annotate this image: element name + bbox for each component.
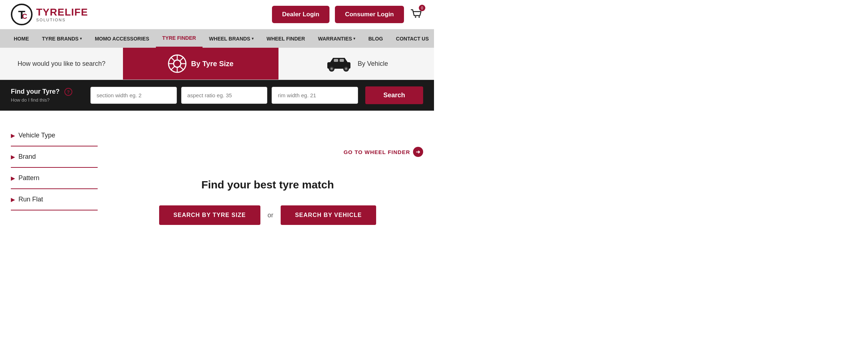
filter-pattern-label: Pattern [18,174,39,182]
search-by-tyre-size-button[interactable]: SEARCH BY TYRE SIZE [159,205,260,225]
svg-point-4 [418,16,420,18]
header: T C TYRELIFE SOLUTIONS Dealer Login Cons… [0,0,434,29]
filter-pattern[interactable]: ▶ Pattern [11,168,98,189]
svg-line-13 [180,57,184,61]
consumer-login-button[interactable]: Consumer Login [335,6,404,23]
search-by-vehicle-tab[interactable]: By Vehicle [278,48,434,80]
finder-inputs [90,87,358,104]
chevron-right-icon: ▶ [11,197,15,203]
wheel-icon [168,54,187,73]
filter-run-flat-label: Run Flat [18,196,43,203]
nav-wheel-finder[interactable]: WHEEL FINDER [260,30,311,47]
or-separator: or [268,212,273,219]
nav-tyre-brands[interactable]: TYRE BRANDS ▾ [35,30,88,47]
header-right: Dealer Login Consumer Login 0 [272,6,423,23]
chevron-right-icon: ▶ [11,175,15,181]
chevron-down-icon: ▾ [80,37,82,41]
svg-point-3 [415,16,416,18]
dealer-login-button[interactable]: Dealer Login [272,6,329,23]
go-to-wheel-finder[interactable]: GO TO WHEEL FINDER ➔ [344,147,423,157]
logo-icon: T C [11,4,33,25]
nav-warranties[interactable]: WARRANTIES ▾ [311,30,362,47]
search-button[interactable]: Search [365,86,423,104]
cart-icon[interactable]: 0 [409,7,423,22]
logo-sub: SOLUTIONS [36,18,88,22]
svg-point-6 [174,60,181,67]
nav-blog[interactable]: BLOG [362,30,389,47]
filter-vehicle-type-label: Vehicle Type [18,132,55,139]
filter-brand[interactable]: ▶ Brand [11,146,98,168]
logo-brand: TYRELIFE [36,7,88,18]
nav-contact-us[interactable]: CONTACT US [390,30,434,47]
svg-point-19 [331,68,333,70]
match-buttons: SEARCH BY TYRE SIZE or SEARCH BY VEHICLE [159,205,376,225]
go-to-wheel-label: GO TO WHEEL FINDER [344,149,410,155]
logo-text: TYRELIFE SOLUTIONS [36,7,88,22]
tyre-finder-bar: Find your Tyre? ? How do I find this? Se… [0,80,434,111]
main-content: ▶ Vehicle Type ▶ Brand ▶ Pattern ▶ Run F… [0,111,434,239]
svg-rect-16 [334,59,338,62]
logo-area: T C TYRELIFE SOLUTIONS [11,4,88,25]
nav-home[interactable]: HOME [7,30,35,47]
svg-text:C: C [22,12,27,20]
svg-line-11 [171,57,174,61]
help-icon[interactable]: ? [64,88,72,96]
chevron-down-icon: ▾ [353,37,355,41]
finder-sublabel[interactable]: How do I find this? [11,97,83,103]
section-width-input[interactable] [90,87,177,104]
nav-tyre-finder[interactable]: TYRE FINDER [156,29,203,48]
by-tyre-size-label: By Tyre Size [191,60,233,68]
by-vehicle-label: By Vehicle [358,60,388,68]
chevron-right-icon: ▶ [11,133,15,138]
finder-label-wrap: Find your Tyre? ? How do I find this? [11,88,83,103]
car-icon [324,56,353,72]
sidebar-filters: ▶ Vehicle Type ▶ Brand ▶ Pattern ▶ Run F… [11,125,98,225]
chevron-right-icon: ▶ [11,154,15,160]
search-mode-bar: How would you like to search? By Tyre Si… [0,48,434,80]
chevron-down-icon: ▾ [252,37,254,41]
arrow-circle-icon: ➔ [413,147,423,157]
center-content: GO TO WHEEL FINDER ➔ Find your best tyre… [112,125,423,225]
rim-width-input[interactable] [272,87,358,104]
svg-line-14 [171,67,174,70]
svg-point-21 [345,68,347,70]
search-by-tyre-size-tab[interactable]: By Tyre Size [123,48,278,80]
nav-wheel-brands[interactable]: WHEEL BRANDS ▾ [203,30,260,47]
finder-title: Find your Tyre? [11,88,60,95]
nav-momo-accessories[interactable]: MOMO ACCESSORIES [88,30,156,47]
filter-run-flat[interactable]: ▶ Run Flat [11,189,98,210]
svg-rect-17 [340,59,344,62]
aspect-ratio-input[interactable] [181,87,268,104]
filter-brand-label: Brand [18,153,36,161]
search-mode-question: How would you like to search? [0,48,123,80]
match-title: Find your best tyre match [201,179,334,191]
search-by-vehicle-button[interactable]: SEARCH BY VEHICLE [281,205,376,225]
main-nav: HOME TYRE BRANDS ▾ MOMO ACCESSORIES TYRE… [0,29,434,48]
filter-vehicle-type[interactable]: ▶ Vehicle Type [11,125,98,146]
svg-line-12 [180,67,184,70]
cart-count: 0 [419,5,425,11]
